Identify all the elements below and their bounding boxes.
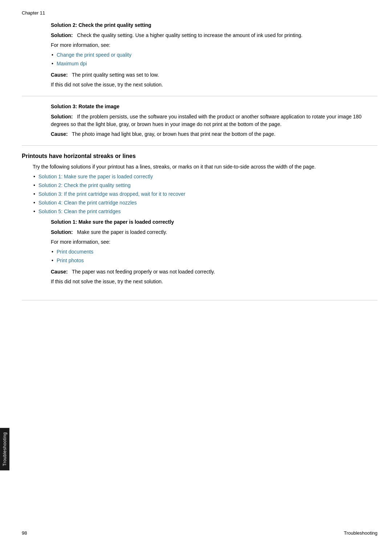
solution1-paper-solution-label: Solution: <box>51 229 73 235</box>
solution3-rotate-solution-text: If the problem persists, use the softwar… <box>51 114 362 127</box>
page-container: Chapter 11 Solution 2: Check the print q… <box>22 0 377 329</box>
solution2-check-solution: Solution: Check the quality setting. Use… <box>51 32 377 39</box>
solution1-paper-block: Solution: Make sure the paper is loaded … <box>51 228 377 285</box>
list-item: Maximum dpi <box>51 60 377 68</box>
solution1-paper-cause-text: The paper was not feeding properly or wa… <box>72 269 215 275</box>
printouts-intro-block: Try the following solutions if your prin… <box>33 163 377 215</box>
solution3-rotate-cause: Cause: The photo image had light blue, g… <box>51 130 377 138</box>
solution2-check-more-info: For more information, see: <box>51 41 377 49</box>
printouts-heading: Printouts have horizontal streaks or lin… <box>22 153 377 159</box>
solution2-check-heading: Solution 2: Check the print quality sett… <box>51 22 377 28</box>
solution3-rotate-solution-label: Solution: <box>51 114 73 119</box>
list-item: Solution 4: Clean the print cartridge no… <box>33 199 377 207</box>
solution2-check-solution-label: Solution: <box>51 32 73 38</box>
change-print-speed-link[interactable]: Change the print speed or quality <box>57 52 131 58</box>
solution2-check-next: If this did not solve the issue, try the… <box>51 81 377 89</box>
list-item: Print documents <box>51 248 377 256</box>
solution1-paper-links-list: Print documents Print photos <box>51 248 377 264</box>
list-item: Print photos <box>51 257 377 264</box>
solution1-paper-next: If this did not solve the issue, try the… <box>51 278 377 285</box>
divider-2 <box>22 145 377 146</box>
maximum-dpi-link[interactable]: Maximum dpi <box>57 61 87 66</box>
page-footer: 98 Troubleshooting <box>22 530 377 536</box>
print-photos-link[interactable]: Print photos <box>57 258 84 263</box>
sidebar-label: Troubleshooting <box>2 432 7 466</box>
printouts-section: Printouts have horizontal streaks or lin… <box>22 153 377 215</box>
sidebar-tab: Troubleshooting <box>0 428 9 470</box>
divider-1 <box>22 96 377 96</box>
solution3-rotate-cause-text: The photo image had light blue, gray, or… <box>72 131 275 137</box>
sol3-dropped-link[interactable]: Solution 3: If the print cartridge was d… <box>38 191 185 197</box>
printouts-links-list: Solution 1: Make sure the paper is loade… <box>33 173 377 215</box>
solution2-check-cause: Cause: The print quality setting was set… <box>51 71 377 79</box>
solution1-paper-solution: Solution: Make sure the paper is loaded … <box>51 228 377 236</box>
list-item: Solution 3: If the print cartridge was d… <box>33 190 377 198</box>
solution1-paper-more-info: For more information, see: <box>51 238 377 246</box>
solution2-check-solution-text: Check the quality setting. Use a higher … <box>77 32 302 38</box>
sol5-clean-cartridges-link[interactable]: Solution 5: Clean the print cartridges <box>38 208 121 214</box>
solution2-check-cause-text: The print quality setting was set to low… <box>72 72 159 78</box>
list-item: Solution 1: Make sure the paper is loade… <box>33 173 377 181</box>
solution3-rotate-heading: Solution 3: Rotate the image <box>51 104 377 109</box>
sol1-paper-link[interactable]: Solution 1: Make sure the paper is loade… <box>38 174 153 179</box>
chapter-label: Chapter 11 <box>22 10 377 16</box>
solution3-rotate-cause-label: Cause: <box>51 131 68 137</box>
page-number: 98 <box>22 530 27 536</box>
list-item: Change the print speed or quality <box>51 51 377 59</box>
list-item: Solution 2: Check the print quality sett… <box>33 182 377 189</box>
solution2-check-block: Solution: Check the quality setting. Use… <box>51 32 377 89</box>
solution1-paper-solution-text: Make sure the paper is loaded correctly. <box>77 229 167 235</box>
divider-3 <box>22 300 377 300</box>
list-item: Solution 5: Clean the print cartridges <box>33 208 377 215</box>
sol4-clean-nozzles-link[interactable]: Solution 4: Clean the print cartridge no… <box>38 200 137 206</box>
solution1-paper-heading: Solution 1: Make sure the paper is loade… <box>51 219 377 225</box>
solution2-check-cause-label: Cause: <box>51 72 68 78</box>
solution1-paper-cause: Cause: The paper was not feeding properl… <box>51 268 377 276</box>
footer-section: Troubleshooting <box>344 530 377 536</box>
print-documents-link[interactable]: Print documents <box>57 249 93 255</box>
solution3-rotate-block: Solution: If the problem persists, use t… <box>51 113 377 138</box>
printouts-intro: Try the following solutions if your prin… <box>33 163 377 171</box>
sol2-quality-link[interactable]: Solution 2: Check the print quality sett… <box>38 182 131 188</box>
solution1-paper-cause-label: Cause: <box>51 269 68 275</box>
solution3-rotate-solution: Solution: If the problem persists, use t… <box>51 113 377 128</box>
solution2-check-links-list: Change the print speed or quality Maximu… <box>51 51 377 68</box>
